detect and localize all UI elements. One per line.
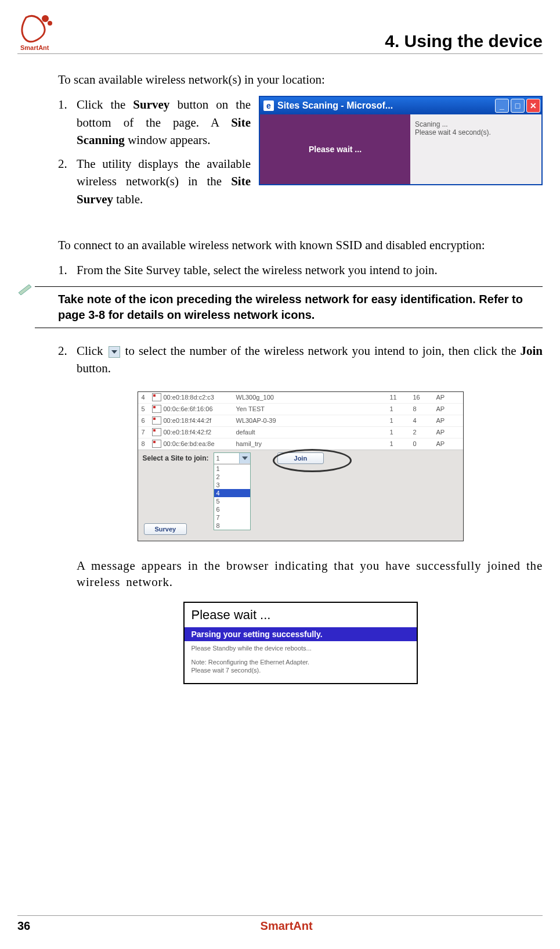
select-option[interactable]: 1 [214,465,250,473]
select-option[interactable]: 2 [214,473,250,481]
row-index: 8 [142,440,152,447]
parse-line: Please wait 7 second(s). [185,667,417,675]
row-ssid: hamil_try [236,440,390,447]
row-ssid: Yen TEST [236,405,390,412]
select-option[interactable]: 6 [214,505,250,513]
site-survey-table: 400:e0:18:8d:c2:c3WL300g_1001116AP500:0c… [138,391,464,541]
pen-icon [17,283,34,295]
row-ssid: default [236,429,390,436]
row-mac: 00:e0:18:f4:44:2f [164,417,236,424]
row-ssid: WL300g_100 [236,394,390,401]
select-option[interactable]: 3 [214,481,250,489]
table-row[interactable]: 600:e0:18:f4:44:2fWL30AP-0-3914AP [138,415,463,427]
row-type: AP [436,417,460,424]
svg-text:SmartAnt: SmartAnt [20,44,49,51]
row-mac: 00:0c:6e:6f:16:06 [164,405,236,412]
list-text: The utility displays the available wirel… [77,155,251,208]
maximize-button[interactable]: □ [511,99,525,113]
site-number-select[interactable]: 1 12345678 [214,452,251,530]
close-button[interactable]: ✕ [526,99,540,113]
row-mac: 00:e0:18:f4:42:f2 [164,429,236,436]
row-index: 4 [142,394,152,401]
network-icon [152,428,161,436]
window-title: Sites Scaning - Microsof... [277,100,393,111]
footer-brand: SmartAnt [261,919,313,933]
chevron-down-icon[interactable] [239,453,250,463]
intro-connect: To connect to an available wireless netw… [58,237,543,253]
survey-button[interactable]: Survey [144,523,187,535]
list-number: 1. [58,261,77,279]
scan-status-panel: Scaning ... Please wait 4 second(s). [410,114,541,184]
table-row[interactable]: 800:0c:6e:bd:ea:8ehamil_try10AP [138,438,463,450]
row-type: AP [436,429,460,436]
select-option[interactable]: 7 [214,513,250,522]
site-scanning-window: e Sites Scaning - Microsof... _ □ ✕ Plea… [259,96,543,185]
select-option[interactable]: 5 [214,497,250,505]
network-icon [152,416,161,425]
row-mac: 00:0c:6e:bd:ea:8e [164,440,236,447]
row-mac: 00:e0:18:8d:c2:c3 [164,394,236,401]
row-col-b: 16 [413,394,436,401]
minimize-button[interactable]: _ [495,99,509,113]
after-table-text: A message appears in the browser indicat… [58,558,543,591]
row-col-a: 1 [390,429,413,436]
ie-icon: e [263,100,274,111]
scan-steps-list: 1. Click the Survey button on the bottom… [58,96,251,208]
row-ssid: WL30AP-0-39 [236,417,390,424]
table-row[interactable]: 500:0c:6e:6f:16:06Yen TEST18AP [138,404,463,415]
intro-scan: To scan available wireless network(s) in… [58,71,543,88]
join-button[interactable]: Join [277,452,324,464]
page-header: SmartAnt 4. Using the device [17,12,543,54]
page-footer: 36 SmartAnt [17,915,543,933]
table-row[interactable]: 700:e0:18:f4:42:f2default12AP [138,427,463,438]
row-index: 5 [142,405,152,412]
row-type: AP [436,440,460,447]
row-col-b: 0 [413,440,436,447]
list-number: 1. [58,96,77,149]
scan-wait-label: Please wait ... [260,114,410,184]
row-col-a: 11 [390,394,413,401]
scan-status-line: Scaning ... [415,120,537,128]
svg-point-1 [48,21,52,26]
list-text: Click to select the number of the wirele… [77,342,543,378]
brand-logo: SmartAnt [17,12,61,52]
row-col-a: 1 [390,417,413,424]
list-number: 2. [58,342,77,378]
row-type: AP [436,405,460,412]
note-block: Take note of the icon preceding the wire… [35,286,543,328]
list-text: From the Site Survey table, select the w… [77,261,543,279]
network-icon [152,393,161,401]
network-icon [152,405,161,413]
parse-line: Please Standby while the device reboots.… [185,641,417,653]
parse-success-bar: Parsing your setting successfully. [185,627,417,641]
page-number: 36 [17,919,30,933]
select-option[interactable]: 8 [214,522,250,530]
scan-status-line: Please wait 4 second(s). [415,128,537,136]
network-icon [152,440,161,448]
list-text: Click the Survey button on the bottom of… [77,96,251,149]
row-col-b: 2 [413,429,436,436]
svg-point-0 [42,15,49,22]
row-index: 7 [142,429,152,436]
row-col-b: 4 [413,417,436,424]
row-col-a: 1 [390,405,413,412]
select-option[interactable]: 4 [214,489,250,497]
row-index: 6 [142,417,152,424]
select-site-label: Select a Site to join: [143,452,209,462]
table-row[interactable]: 400:e0:18:8d:c2:c3WL300g_1001116AP [138,392,463,404]
row-col-b: 8 [413,405,436,412]
window-titlebar: e Sites Scaning - Microsof... _ □ ✕ [260,97,541,114]
parse-line: Note: Reconfiguring the Ethernet Adapter… [185,653,417,667]
dropdown-icon [109,346,120,358]
row-col-a: 1 [390,440,413,447]
parse-wait-title: Please wait ... [185,603,417,627]
chapter-title: 4. Using the device [385,31,543,52]
parsing-success-window: Please wait ... Parsing your setting suc… [183,602,418,684]
list-number: 2. [58,155,77,208]
row-type: AP [436,394,460,401]
